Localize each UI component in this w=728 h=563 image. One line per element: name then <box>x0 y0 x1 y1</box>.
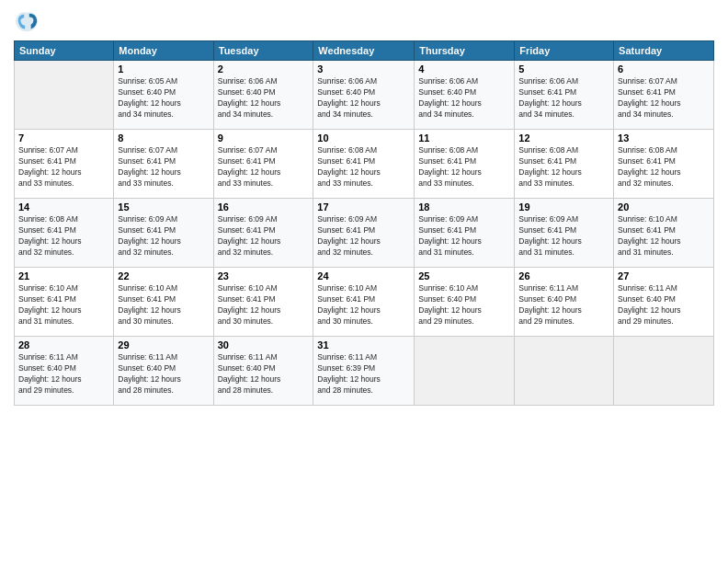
calendar-cell: 1Sunrise: 6:05 AM Sunset: 6:40 PM Daylig… <box>114 61 213 130</box>
calendar-cell: 16Sunrise: 6:09 AM Sunset: 6:41 PM Dayli… <box>213 199 313 268</box>
day-number: 7 <box>18 132 109 144</box>
calendar-cell: 13Sunrise: 6:08 AM Sunset: 6:41 PM Dayli… <box>614 130 714 199</box>
calendar-cell: 17Sunrise: 6:09 AM Sunset: 6:41 PM Dayli… <box>313 199 415 268</box>
cell-text: Sunrise: 6:07 AM Sunset: 6:41 PM Dayligh… <box>118 145 209 190</box>
day-number: 16 <box>218 201 310 213</box>
cell-text: Sunrise: 6:10 AM Sunset: 6:41 PM Dayligh… <box>218 283 310 327</box>
day-number: 22 <box>118 270 209 282</box>
day-number: 17 <box>317 201 410 213</box>
day-number: 18 <box>418 201 510 213</box>
cell-text: Sunrise: 6:09 AM Sunset: 6:41 PM Dayligh… <box>518 214 609 259</box>
calendar-cell <box>15 61 114 130</box>
day-number: 13 <box>618 132 710 144</box>
header-cell-tuesday: Tuesday <box>213 41 313 61</box>
cell-text: Sunrise: 6:11 AM Sunset: 6:40 PM Dayligh… <box>118 352 209 396</box>
cell-text: Sunrise: 6:06 AM Sunset: 6:40 PM Dayligh… <box>218 76 310 121</box>
day-number: 21 <box>18 270 109 282</box>
day-number: 12 <box>518 132 609 144</box>
calendar-cell: 23Sunrise: 6:10 AM Sunset: 6:41 PM Dayli… <box>213 268 313 337</box>
day-number: 14 <box>18 201 109 213</box>
week-row-4: 28Sunrise: 6:11 AM Sunset: 6:40 PM Dayli… <box>15 337 714 406</box>
cell-text: Sunrise: 6:08 AM Sunset: 6:41 PM Dayligh… <box>618 145 710 190</box>
cell-text: Sunrise: 6:07 AM Sunset: 6:41 PM Dayligh… <box>218 145 310 190</box>
calendar-cell <box>614 337 714 406</box>
cell-text: Sunrise: 6:05 AM Sunset: 6:40 PM Dayligh… <box>118 76 209 121</box>
calendar-cell: 8Sunrise: 6:07 AM Sunset: 6:41 PM Daylig… <box>114 130 213 199</box>
calendar-cell: 3Sunrise: 6:06 AM Sunset: 6:40 PM Daylig… <box>313 61 415 130</box>
calendar-cell: 26Sunrise: 6:11 AM Sunset: 6:40 PM Dayli… <box>515 268 614 337</box>
day-number: 29 <box>118 339 209 350</box>
cell-text: Sunrise: 6:06 AM Sunset: 6:41 PM Dayligh… <box>518 76 609 121</box>
calendar-cell: 7Sunrise: 6:07 AM Sunset: 6:41 PM Daylig… <box>15 130 114 199</box>
day-number: 23 <box>218 270 310 282</box>
logo <box>14 9 43 35</box>
cell-text: Sunrise: 6:10 AM Sunset: 6:41 PM Dayligh… <box>18 283 109 327</box>
calendar-cell: 24Sunrise: 6:10 AM Sunset: 6:41 PM Dayli… <box>313 268 415 337</box>
calendar-table: SundayMondayTuesdayWednesdayThursdayFrid… <box>14 40 714 406</box>
calendar-cell: 27Sunrise: 6:11 AM Sunset: 6:40 PM Dayli… <box>614 268 714 337</box>
calendar-cell: 25Sunrise: 6:10 AM Sunset: 6:40 PM Dayli… <box>415 268 515 337</box>
day-number: 15 <box>118 201 209 213</box>
cell-text: Sunrise: 6:10 AM Sunset: 6:41 PM Dayligh… <box>618 214 710 259</box>
cell-text: Sunrise: 6:09 AM Sunset: 6:41 PM Dayligh… <box>317 214 410 259</box>
calendar-cell: 12Sunrise: 6:08 AM Sunset: 6:41 PM Dayli… <box>515 130 614 199</box>
cell-text: Sunrise: 6:07 AM Sunset: 6:41 PM Dayligh… <box>18 145 109 190</box>
calendar-cell: 20Sunrise: 6:10 AM Sunset: 6:41 PM Dayli… <box>614 199 714 268</box>
cell-text: Sunrise: 6:11 AM Sunset: 6:39 PM Dayligh… <box>317 352 410 396</box>
calendar-cell: 30Sunrise: 6:11 AM Sunset: 6:40 PM Dayli… <box>213 337 313 406</box>
day-number: 25 <box>418 270 510 282</box>
header-cell-monday: Monday <box>114 41 213 61</box>
header <box>14 9 714 35</box>
day-number: 10 <box>317 132 410 144</box>
cell-text: Sunrise: 6:09 AM Sunset: 6:41 PM Dayligh… <box>118 214 209 259</box>
cell-text: Sunrise: 6:08 AM Sunset: 6:41 PM Dayligh… <box>518 145 609 190</box>
calendar-cell <box>415 337 515 406</box>
day-number: 30 <box>218 339 310 350</box>
day-number: 24 <box>317 270 410 282</box>
header-row: SundayMondayTuesdayWednesdayThursdayFrid… <box>15 41 714 61</box>
calendar-cell: 6Sunrise: 6:07 AM Sunset: 6:41 PM Daylig… <box>614 61 714 130</box>
cell-text: Sunrise: 6:09 AM Sunset: 6:41 PM Dayligh… <box>418 214 510 259</box>
calendar-cell: 21Sunrise: 6:10 AM Sunset: 6:41 PM Dayli… <box>15 268 114 337</box>
week-row-1: 7Sunrise: 6:07 AM Sunset: 6:41 PM Daylig… <box>15 130 714 199</box>
calendar-cell: 22Sunrise: 6:10 AM Sunset: 6:41 PM Dayli… <box>114 268 213 337</box>
header-cell-saturday: Saturday <box>614 41 714 61</box>
calendar-cell: 11Sunrise: 6:08 AM Sunset: 6:41 PM Dayli… <box>415 130 515 199</box>
cell-text: Sunrise: 6:09 AM Sunset: 6:41 PM Dayligh… <box>218 214 310 259</box>
calendar-cell: 31Sunrise: 6:11 AM Sunset: 6:39 PM Dayli… <box>313 337 415 406</box>
day-number: 9 <box>218 132 310 144</box>
page: SundayMondayTuesdayWednesdayThursdayFrid… <box>0 0 728 563</box>
cell-text: Sunrise: 6:11 AM Sunset: 6:40 PM Dayligh… <box>518 283 609 327</box>
day-number: 26 <box>518 270 609 282</box>
calendar-cell: 14Sunrise: 6:08 AM Sunset: 6:41 PM Dayli… <box>15 199 114 268</box>
week-row-2: 14Sunrise: 6:08 AM Sunset: 6:41 PM Dayli… <box>15 199 714 268</box>
cell-text: Sunrise: 6:07 AM Sunset: 6:41 PM Dayligh… <box>618 76 710 121</box>
calendar-cell: 15Sunrise: 6:09 AM Sunset: 6:41 PM Dayli… <box>114 199 213 268</box>
cell-text: Sunrise: 6:06 AM Sunset: 6:40 PM Dayligh… <box>317 76 410 121</box>
cell-text: Sunrise: 6:10 AM Sunset: 6:40 PM Dayligh… <box>418 283 510 327</box>
day-number: 8 <box>118 132 209 144</box>
calendar-cell: 2Sunrise: 6:06 AM Sunset: 6:40 PM Daylig… <box>213 61 313 130</box>
day-number: 4 <box>418 63 510 75</box>
cell-text: Sunrise: 6:11 AM Sunset: 6:40 PM Dayligh… <box>218 352 310 396</box>
day-number: 1 <box>118 63 209 75</box>
calendar-cell: 9Sunrise: 6:07 AM Sunset: 6:41 PM Daylig… <box>213 130 313 199</box>
cell-text: Sunrise: 6:08 AM Sunset: 6:41 PM Dayligh… <box>418 145 510 190</box>
calendar-cell: 28Sunrise: 6:11 AM Sunset: 6:40 PM Dayli… <box>15 337 114 406</box>
day-number: 3 <box>317 63 410 75</box>
calendar-cell: 5Sunrise: 6:06 AM Sunset: 6:41 PM Daylig… <box>515 61 614 130</box>
day-number: 20 <box>618 201 710 213</box>
header-cell-thursday: Thursday <box>415 41 515 61</box>
day-number: 31 <box>317 339 410 350</box>
header-cell-friday: Friday <box>515 41 614 61</box>
calendar-cell: 4Sunrise: 6:06 AM Sunset: 6:40 PM Daylig… <box>415 61 515 130</box>
cell-text: Sunrise: 6:08 AM Sunset: 6:41 PM Dayligh… <box>18 214 109 259</box>
header-cell-wednesday: Wednesday <box>313 41 415 61</box>
day-number: 28 <box>18 339 109 350</box>
day-number: 2 <box>218 63 310 75</box>
cell-text: Sunrise: 6:10 AM Sunset: 6:41 PM Dayligh… <box>317 283 410 327</box>
day-number: 6 <box>618 63 710 75</box>
calendar-cell <box>515 337 614 406</box>
logo-icon <box>14 9 40 35</box>
day-number: 5 <box>518 63 609 75</box>
